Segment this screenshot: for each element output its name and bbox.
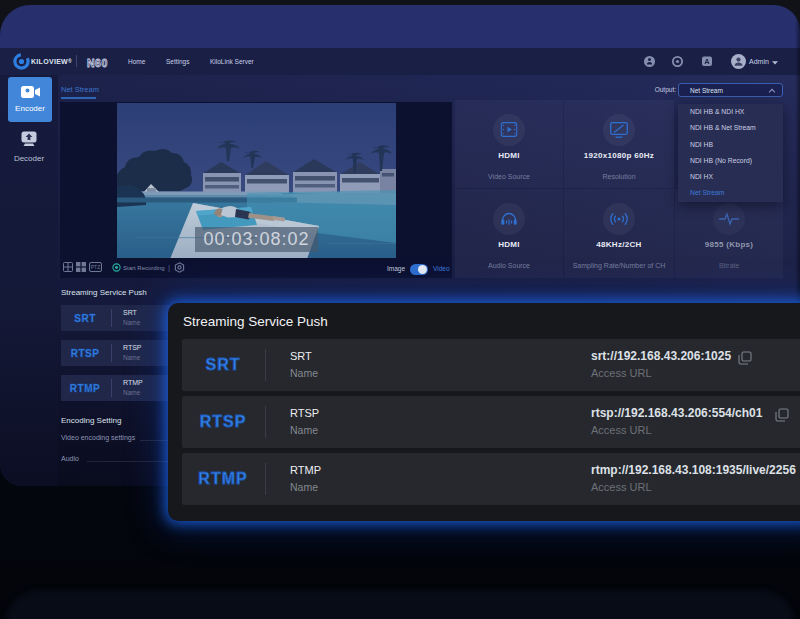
svg-text:A: A [704, 57, 710, 66]
